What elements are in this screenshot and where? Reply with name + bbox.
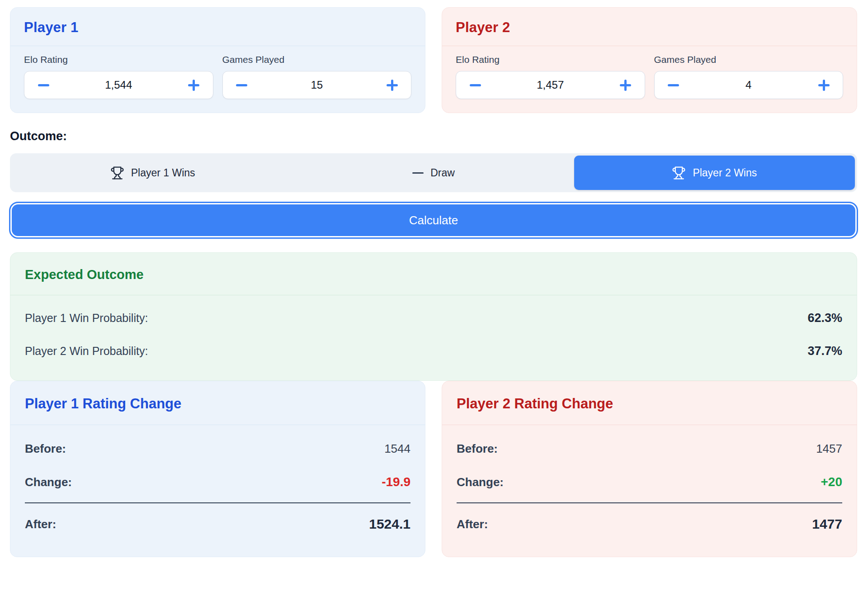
player1-elo-decrement-button[interactable] [33,75,53,95]
player2-elo-stepper: 1,457 [456,71,645,99]
outcome-option-label: Draw [430,167,455,179]
outcome-label: Outcome: [10,129,857,143]
after-divider [25,502,410,503]
player2-fields: Elo Rating 1,457 Games Played 4 [442,46,857,113]
expected-outcome-title: Expected Outcome [25,267,842,282]
minus-icon [470,84,481,86]
after-row: After: 1524.1 [25,507,410,541]
after-row: After: 1477 [457,507,842,541]
change-row: Change: +20 [457,465,842,499]
elo-calculator-page: Player 1 Elo Rating 1,544 Games Played 1… [10,7,857,557]
player1-card: Player 1 Elo Rating 1,544 Games Played 1… [10,7,425,113]
outcome-option-draw[interactable]: Draw [293,156,574,190]
after-label: After: [457,517,488,531]
player2-probability-value: 37.7% [807,344,842,358]
minus-icon [236,84,247,86]
player2-probability-row: Player 2 Win Probability: 37.7% [25,335,842,368]
player2-card: Player 2 Elo Rating 1,457 Games Played 4 [442,7,857,113]
player1-fields: Elo Rating 1,544 Games Played 15 [10,46,425,113]
expected-outcome-card: Expected Outcome Player 1 Win Probabilit… [10,252,857,381]
minus-icon [38,84,49,86]
before-row: Before: 1544 [25,432,410,465]
player2-title: Player 2 [456,19,843,36]
before-row: Before: 1457 [457,432,842,465]
after-value: 1524.1 [369,516,410,532]
expected-outcome-header: Expected Outcome [10,253,857,295]
player1-games-input[interactable]: 15 [252,79,382,91]
player2-rating-change-card: Player 2 Rating Change Before: 1457 Chan… [442,381,857,557]
player2-elo-decrement-button[interactable] [465,75,485,95]
outcome-option-player1-wins[interactable]: Player 1 Wins [12,156,293,190]
player1-elo-stepper: 1,544 [24,71,213,99]
player2-rating-change-body: Before: 1457 Change: +20 After: 1477 [442,425,857,557]
outcome-segmented-control: Player 1 Wins Draw Player 2 Wins [10,153,857,192]
outcome-option-label: Player 2 Wins [693,167,757,179]
player1-title: Player 1 [24,19,411,36]
player1-games-stepper: 15 [222,71,412,99]
player2-elo-increment-button[interactable] [616,75,636,95]
after-divider [457,502,842,503]
change-label: Change: [457,475,504,489]
player1-rating-change-card: Player 1 Rating Change Before: 1544 Chan… [10,381,425,557]
trophy-icon [672,166,686,180]
after-value: 1477 [812,516,842,532]
plus-icon [818,80,830,91]
trophy-icon [110,166,124,180]
player2-games-field: Games Played 4 [654,54,844,99]
player1-elo-increment-button[interactable] [184,75,204,95]
player1-rating-change-body: Before: 1544 Change: -19.9 After: 1524.1 [10,425,425,557]
player2-probability-label: Player 2 Win Probability: [25,345,148,358]
player2-elo-field: Elo Rating 1,457 [456,54,645,99]
player1-rating-change-header: Player 1 Rating Change [10,381,425,425]
change-label: Change: [25,475,72,489]
player1-elo-label: Elo Rating [24,54,213,65]
player1-games-field: Games Played 15 [222,54,412,99]
player2-elo-label: Elo Rating [456,54,645,65]
player2-card-header: Player 2 [442,8,857,46]
dash-icon [412,172,424,174]
player1-games-label: Games Played [222,54,412,65]
player2-games-label: Games Played [654,54,844,65]
player1-probability-value: 62.3% [807,311,842,325]
after-label: After: [25,517,56,531]
player1-games-increment-button[interactable] [382,75,402,95]
before-label: Before: [25,442,66,456]
player-cards-row: Player 1 Elo Rating 1,544 Games Played 1… [10,7,857,113]
plus-icon [620,80,631,91]
change-row: Change: -19.9 [25,465,410,499]
change-value: +20 [821,475,843,489]
player1-probability-label: Player 1 Win Probability: [25,312,148,325]
player2-rating-change-title: Player 2 Rating Change [457,396,842,412]
before-value: 1544 [384,442,410,456]
player2-games-stepper: 4 [654,71,844,99]
before-label: Before: [457,442,498,456]
outcome-option-player2-wins[interactable]: Player 2 Wins [574,156,855,190]
rating-change-row: Player 1 Rating Change Before: 1544 Chan… [10,381,857,557]
calculate-button[interactable]: Calculate [12,204,855,236]
plus-icon [188,80,199,91]
player1-games-decrement-button[interactable] [232,75,252,95]
player2-games-input[interactable]: 4 [684,79,814,91]
player1-probability-row: Player 1 Win Probability: 62.3% [25,302,842,335]
outcome-option-label: Player 1 Wins [131,167,195,179]
player1-elo-input[interactable]: 1,544 [53,79,184,91]
plus-icon [387,80,398,91]
player1-rating-change-title: Player 1 Rating Change [25,396,410,412]
player2-games-increment-button[interactable] [814,75,834,95]
expected-outcome-body: Player 1 Win Probability: 62.3% Player 2… [10,295,857,380]
change-value: -19.9 [382,475,410,489]
player1-elo-field: Elo Rating 1,544 [24,54,213,99]
player2-elo-input[interactable]: 1,457 [485,79,616,91]
minus-icon [668,84,679,86]
player2-games-decrement-button[interactable] [664,75,684,95]
player2-rating-change-header: Player 2 Rating Change [442,381,857,425]
before-value: 1457 [816,442,842,456]
player1-card-header: Player 1 [10,8,425,46]
